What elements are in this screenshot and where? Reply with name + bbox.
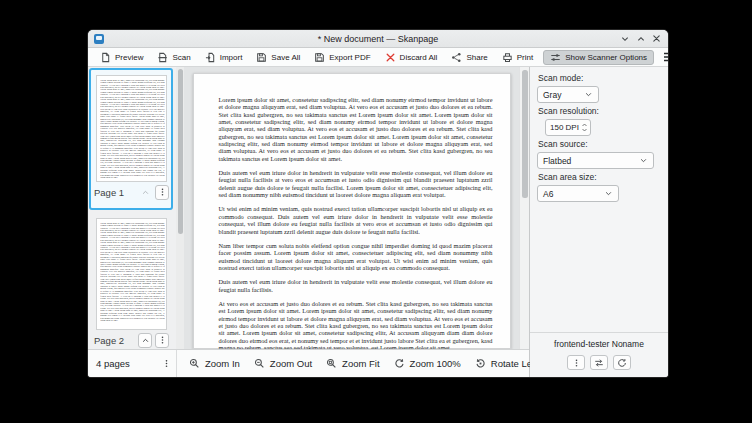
- scan-resolution-spinbox[interactable]: 150 DPI: [545, 119, 591, 136]
- scan-source-label: Scan source:: [538, 139, 661, 149]
- scanner-footer-buttons: [530, 355, 668, 370]
- scan-source-value: Flatbed: [543, 156, 571, 166]
- hamburger-menu-button[interactable]: [660, 50, 668, 64]
- document-scrollbar-handle[interactable]: [522, 70, 528, 198]
- scan-mode-value: Gray: [543, 90, 561, 100]
- zoom-in-label: Zoom In: [205, 358, 240, 369]
- status-bar: 4 pages Zoom In Zoom Out: [88, 349, 529, 377]
- skanpage-app-icon: [94, 34, 104, 44]
- sliders-icon: [550, 52, 561, 63]
- page-count-label: 4 pages: [96, 358, 159, 369]
- scanner-options-panel: Scan mode: Gray Scan resolution: 150 DPI…: [530, 67, 668, 377]
- page-1-label: Page 1: [94, 187, 135, 198]
- zoom-out-label: Zoom Out: [270, 358, 312, 369]
- scanner-panel-footer: frontend-tester Noname: [530, 332, 668, 377]
- share-icon: [451, 52, 462, 63]
- paragraph: Ut wisi enim ad minim veniam, quis nostr…: [219, 205, 493, 234]
- thumbnail-scrollbar[interactable]: [176, 67, 184, 349]
- scan-button[interactable]: Scan: [151, 49, 196, 65]
- paragraph: At vero eos et accusam et justo duo dolo…: [219, 300, 493, 349]
- save-all-button[interactable]: Save All: [250, 49, 306, 65]
- page-2-thumbnail[interactable]: Lorem ipsum dolor sit amet, consetetur s…: [96, 218, 167, 330]
- document-import-icon: [205, 52, 216, 63]
- scan-resolution-value: 150 DPI: [550, 123, 579, 132]
- scan-icon: [157, 52, 168, 63]
- maximize-icon: [636, 34, 646, 44]
- close-icon: [652, 34, 661, 43]
- titlebar: * New document — Skanpage: [88, 30, 668, 48]
- paragraph: Lorem ipsum dolor sit amet, consetetur s…: [219, 96, 493, 162]
- scanner-device-name: frontend-tester Noname: [530, 339, 668, 349]
- document-view[interactable]: Lorem ipsum dolor sit amet, consetetur s…: [184, 67, 519, 349]
- document-scrollbar[interactable]: [519, 67, 529, 349]
- spinbox-arrows[interactable]: [581, 123, 588, 132]
- kebab-menu-icon: [158, 187, 167, 197]
- chevron-up-icon: [141, 336, 150, 345]
- import-button[interactable]: Import: [199, 49, 249, 65]
- close-button[interactable]: [651, 33, 662, 44]
- zoom-out-icon: [254, 358, 265, 369]
- skanpage-window: * New document — Skanpage Preview Scan I…: [88, 30, 668, 377]
- paragraph: Duis autem vel eum iriure dolor in hendr…: [219, 278, 493, 293]
- minimize-icon: [620, 34, 630, 44]
- page-1-menu-button[interactable]: [155, 185, 169, 200]
- show-scanner-options-label: Show Scanner Options: [565, 53, 647, 62]
- scan-mode-label: Scan mode:: [538, 73, 661, 83]
- main-toolbar: Preview Scan Import Save All Export PDF …: [88, 48, 668, 67]
- zoom-100-button[interactable]: Zoom 100%: [394, 358, 461, 369]
- scan-area-size-dropdown[interactable]: A6: [537, 185, 619, 202]
- scan-source-dropdown[interactable]: Flatbed: [537, 152, 654, 169]
- preview-label: Preview: [115, 53, 143, 62]
- thumbnail-scrollbar-handle[interactable]: [178, 69, 183, 234]
- rotate-left-button[interactable]: Rotate Left: [475, 358, 537, 369]
- refresh-icon: [617, 358, 627, 368]
- share-button[interactable]: Share: [445, 49, 493, 65]
- print-label: Print: [517, 53, 533, 62]
- page-count-cell: 4 pages: [88, 350, 177, 377]
- minimize-button[interactable]: [619, 33, 630, 44]
- scanner-menu-button[interactable]: [567, 355, 585, 370]
- show-scanner-options-toggle[interactable]: Show Scanner Options: [543, 50, 654, 65]
- page-item-1[interactable]: Lorem ipsum dolor sit amet, consetetur s…: [89, 68, 173, 210]
- print-button[interactable]: Print: [496, 49, 539, 65]
- scan-mode-dropdown[interactable]: Gray: [537, 86, 599, 103]
- preview-button[interactable]: Preview: [94, 49, 149, 65]
- discard-all-button[interactable]: Discard All: [379, 49, 444, 65]
- scan-area-size-value: A6: [543, 189, 553, 199]
- export-pdf-button[interactable]: Export PDF: [308, 49, 376, 65]
- page-1-thumbnail-text: Lorem ipsum dolor sit amet, consetetur s…: [97, 76, 167, 181]
- maximize-button[interactable]: [635, 33, 646, 44]
- spin-up-icon[interactable]: [581, 123, 588, 127]
- page-2-row: Page 2: [91, 330, 171, 349]
- page-1-thumbnail[interactable]: Lorem ipsum dolor sit amet, consetetur s…: [96, 75, 167, 182]
- chevron-down-icon: [639, 156, 648, 165]
- scan-label: Scan: [172, 53, 190, 62]
- kebab-menu-icon: [162, 358, 171, 369]
- export-pdf-label: Export PDF: [329, 53, 370, 62]
- swap-arrows-icon: [594, 358, 604, 368]
- desktop-background: * New document — Skanpage Preview Scan I…: [0, 0, 752, 423]
- reload-devices-button[interactable]: [613, 355, 631, 370]
- page-item-2[interactable]: Lorem ipsum dolor sit amet, consetetur s…: [89, 210, 173, 349]
- pages-overflow-button[interactable]: [159, 355, 173, 373]
- page-2-menu-button[interactable]: [155, 333, 169, 348]
- chevron-up-icon: [141, 188, 150, 197]
- discard-all-label: Discard All: [400, 53, 438, 62]
- page-1-move-up-button[interactable]: [138, 185, 152, 200]
- share-label: Share: [466, 53, 487, 62]
- page-2-label: Page 2: [94, 335, 135, 346]
- rotate-left-icon: [475, 358, 486, 369]
- zoom-in-button[interactable]: Zoom In: [189, 358, 240, 369]
- scanner-adjust-button[interactable]: [590, 355, 608, 370]
- chevron-down-icon: [584, 90, 593, 99]
- window-title: * New document — Skanpage: [88, 34, 668, 44]
- zoom-in-icon: [189, 358, 200, 369]
- zoom-out-button[interactable]: Zoom Out: [254, 358, 312, 369]
- scan-resolution-label: Scan resolution:: [538, 106, 661, 116]
- hamburger-icon: [662, 51, 668, 63]
- paragraph: Nam liber tempor cum soluta nobis eleife…: [219, 242, 493, 271]
- page-2-thumbnail-text: Lorem ipsum dolor sit amet, consetetur s…: [97, 219, 167, 324]
- page-2-move-up-button[interactable]: [138, 333, 152, 348]
- zoom-fit-button[interactable]: Zoom Fit: [326, 358, 379, 369]
- spin-down-icon[interactable]: [581, 128, 588, 132]
